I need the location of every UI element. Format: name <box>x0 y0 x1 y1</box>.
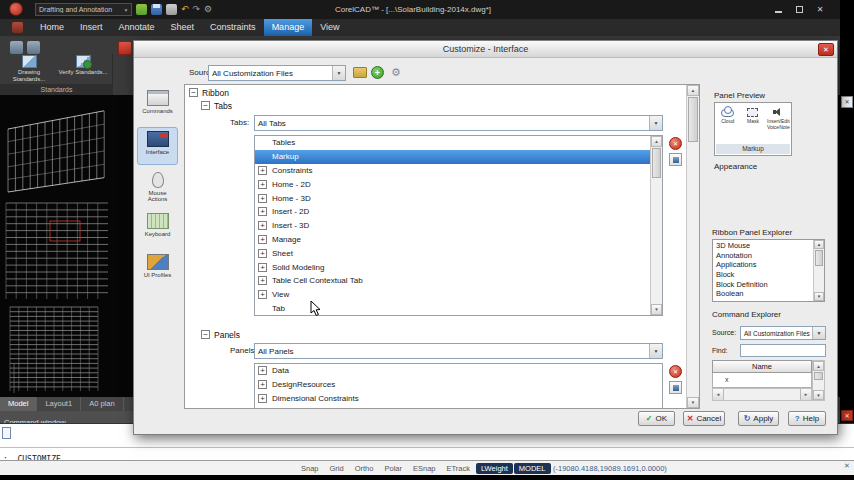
status-toggle-model[interactable]: MODEL <box>514 463 551 474</box>
status-toggle-grid[interactable]: Grid <box>325 463 349 474</box>
scrollbar-thumb[interactable] <box>814 372 823 380</box>
tab-item-insert-2d[interactable]: +Insert - 2D <box>255 205 650 219</box>
collapse-icon[interactable]: − <box>189 88 198 97</box>
doc-tab-a0-plan[interactable]: A0 plan <box>81 397 123 411</box>
app-menu-icon[interactable] <box>12 22 23 33</box>
scroll-up-icon[interactable]: ▲ <box>813 361 824 371</box>
sidebar-item-keyboard[interactable]: Keyboard <box>137 209 178 247</box>
status-toggle-lweight[interactable]: LWeight <box>476 463 513 474</box>
sidebar-item-ui-profiles[interactable]: UI Profiles <box>137 250 178 288</box>
workspace-selector[interactable]: Drafting and Annotation ▼ <box>35 3 132 16</box>
explorer-item-applications[interactable]: Applications <box>713 260 813 270</box>
source-dropdown[interactable]: All Customization Files ▼ <box>208 65 346 81</box>
add-file-icon[interactable]: + <box>371 66 384 79</box>
tabs-list-scrollbar[interactable]: ▲ ▼ <box>650 136 662 315</box>
explorer-item-annotation[interactable]: Annotation <box>713 251 813 261</box>
expand-icon[interactable]: + <box>258 263 267 272</box>
remove-panel-button[interactable]: ✕ <box>669 365 682 378</box>
ribbon-button-drawing-standards[interactable]: Drawing Standards... <box>4 54 54 84</box>
expand-icon[interactable]: + <box>258 290 267 299</box>
menu-tab-sheet[interactable]: Sheet <box>163 19 203 36</box>
sidebar-item-commands[interactable]: Commands <box>137 86 178 124</box>
explorer-scrollbar[interactable]: ▲ ▼ <box>813 240 824 301</box>
status-toggle-polar[interactable]: Polar <box>379 463 407 474</box>
close-button[interactable]: ✕ <box>814 4 826 15</box>
scrollbar-track[interactable] <box>814 249 824 292</box>
scroll-down-icon[interactable]: ▼ <box>813 390 824 400</box>
dialog-titlebar[interactable]: Customize - Interface <box>134 41 837 58</box>
apply-button[interactable]: ↻ Apply <box>738 411 779 426</box>
expand-icon[interactable]: + <box>258 276 267 285</box>
preview-button-insert-edit-voicenote[interactable]: Insert/Edit VoiceNote <box>766 103 791 143</box>
scroll-down-icon[interactable]: ▼ <box>687 397 699 408</box>
palette-close-icon[interactable]: ✕ <box>841 96 853 108</box>
command-table-vscrollbar[interactable]: ▲ ▼ <box>812 360 825 401</box>
tab-item-manage[interactable]: +Manage <box>255 233 650 247</box>
collapse-icon[interactable]: − <box>201 101 210 110</box>
scrollbar-track[interactable] <box>651 147 662 304</box>
explorer-item-3d-mouse[interactable]: 3D Mouse <box>713 241 813 251</box>
scrollbar-track[interactable] <box>813 371 824 390</box>
tab-item-tables[interactable]: Tables <box>255 136 650 150</box>
minimize-button[interactable] <box>772 4 784 15</box>
status-toggle-etrack[interactable]: ETrack <box>442 463 475 474</box>
panel-item-data[interactable]: +Data <box>255 364 662 378</box>
print-icon[interactable] <box>166 4 177 15</box>
expand-icon[interactable]: + <box>258 180 267 189</box>
tab-item-markup[interactable]: Markup <box>255 150 650 164</box>
panel-item-designresources[interactable]: +DesignResources <box>255 378 662 392</box>
main-scrollbar[interactable]: ▲ ▼ <box>686 85 699 408</box>
panel-item-dimensional-constraints[interactable]: +Dimensional Constraints <box>255 392 662 406</box>
cancel-button[interactable]: ✕ Cancel <box>683 411 725 426</box>
collapse-icon[interactable]: − <box>201 330 210 339</box>
open-file-icon[interactable] <box>353 67 367 78</box>
panels-filter-dropdown[interactable]: All Panels ▼ <box>254 343 663 359</box>
tab-item-home-3d[interactable]: +Home - 3D <box>255 191 650 205</box>
menu-tab-manage[interactable]: Manage <box>264 19 313 36</box>
undo-icon[interactable]: ↶ <box>181 4 189 15</box>
ribbon-tool-icon[interactable] <box>27 41 40 54</box>
preview-button-mask[interactable]: Mask <box>740 103 765 143</box>
scroll-down-icon[interactable]: ▼ <box>651 304 662 315</box>
command-row[interactable]: x <box>725 376 729 383</box>
scroll-left-icon[interactable]: ◄ <box>713 389 724 400</box>
sidebar-item-interface[interactable]: Interface <box>137 127 178 165</box>
menu-tab-insert[interactable]: Insert <box>72 19 111 36</box>
command-table-body[interactable]: x <box>712 373 812 388</box>
doc-tab-layout1[interactable]: Layout1 <box>37 397 81 411</box>
statusbar-close-icon[interactable]: ✕ <box>844 462 850 470</box>
scrollbar-thumb[interactable] <box>688 97 698 142</box>
scrollbar-thumb[interactable] <box>815 250 823 266</box>
scroll-right-icon[interactable]: ► <box>800 389 811 400</box>
status-toggle-ortho[interactable]: Ortho <box>350 463 379 474</box>
tab-item-sheet[interactable]: +Sheet <box>255 246 650 260</box>
chevron-down-icon[interactable]: ▼ <box>332 66 345 80</box>
expand-icon[interactable]: + <box>258 366 267 375</box>
scrollbar-thumb[interactable] <box>652 148 661 178</box>
scroll-up-icon[interactable]: ▲ <box>814 240 824 249</box>
expand-icon[interactable]: + <box>258 166 267 175</box>
expand-icon[interactable]: + <box>258 221 267 230</box>
ce-source-dropdown[interactable]: All Customization Files ▼ <box>740 326 826 340</box>
new-file-icon[interactable] <box>136 4 147 15</box>
menu-tab-home[interactable]: Home <box>32 19 72 36</box>
interface-ribbon-icon[interactable] <box>118 41 132 55</box>
tree-node-panels[interactable]: − Panels <box>201 329 240 340</box>
tabs-filter-dropdown[interactable]: All Tabs ▼ <box>254 115 663 131</box>
panel-close-icon[interactable]: ✕ <box>841 410 853 421</box>
settings-icon[interactable]: ⚙ <box>204 4 212 15</box>
doc-tab-model[interactable]: Model <box>0 397 37 411</box>
tab-item-constraints[interactable]: +Constraints <box>255 164 650 178</box>
ok-button[interactable]: ✓ OK <box>638 411 675 426</box>
name-column-header[interactable]: Name <box>712 360 812 373</box>
preview-button-cloud[interactable]: Cloud <box>715 103 740 143</box>
expand-icon[interactable]: + <box>258 207 267 216</box>
scroll-down-icon[interactable]: ▼ <box>814 292 824 301</box>
redo-icon[interactable]: ↷ <box>193 4 201 15</box>
tree-node-tabs[interactable]: − Tabs <box>201 100 232 111</box>
find-input[interactable] <box>740 344 826 357</box>
menu-tab-constraints[interactable]: Constraints <box>202 19 264 36</box>
edit-tab-button[interactable] <box>669 153 682 166</box>
chevron-down-icon[interactable]: ▼ <box>649 344 662 358</box>
tab-item-home-2d[interactable]: +Home - 2D <box>255 177 650 191</box>
